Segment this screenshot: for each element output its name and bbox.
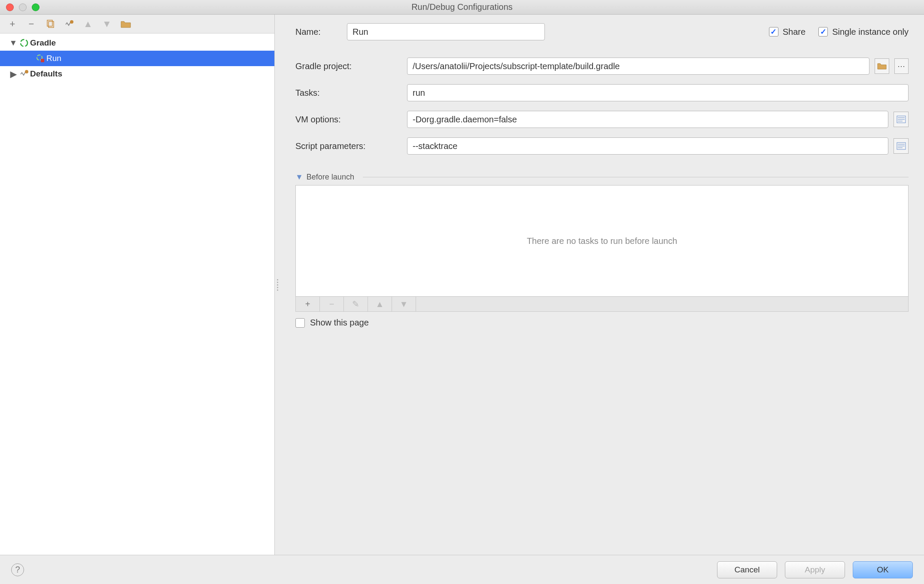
titlebar: Run/Debug Configurations [0, 0, 924, 15]
vm-options-label: VM options: [295, 115, 407, 125]
svg-point-6 [25, 70, 28, 73]
show-this-page-label: Show this page [310, 318, 369, 328]
apply-button[interactable]: Apply [785, 561, 845, 578]
config-tree: ▼ Gradle Run ▶ Defa [0, 33, 274, 555]
zoom-window-button[interactable] [32, 3, 40, 11]
script-params-label: Script parameters: [295, 141, 407, 151]
copy-config-button[interactable] [45, 18, 56, 30]
chevron-right-icon: ▶ [9, 69, 18, 79]
expand-script-button[interactable] [894, 138, 909, 154]
wrench-icon [18, 69, 30, 79]
help-button[interactable]: ? [11, 563, 24, 576]
move-task-up-button[interactable]: ▲ [368, 297, 392, 311]
tree-node-defaults[interactable]: ▶ Defaults [0, 66, 274, 82]
chevron-down-icon: ▼ [9, 38, 18, 48]
tasks-input[interactable] [407, 84, 909, 101]
script-params-input[interactable] [407, 137, 888, 155]
gradle-icon [18, 38, 30, 48]
svg-point-3 [21, 40, 27, 46]
single-instance-checkbox[interactable]: ✓ Single instance only [818, 27, 909, 37]
edit-task-button[interactable]: ✎ [344, 297, 368, 311]
edit-defaults-button[interactable] [64, 18, 75, 30]
browse-project-button[interactable] [875, 58, 889, 74]
before-launch-title: Before launch [307, 173, 354, 182]
gradle-project-input[interactable] [407, 58, 869, 75]
single-instance-label: Single instance only [832, 27, 909, 37]
remove-task-button[interactable]: − [320, 297, 344, 311]
close-window-button[interactable] [6, 3, 14, 11]
config-toolbar: + − ▲ ▼ [0, 15, 274, 33]
name-label: Name: [295, 27, 334, 37]
before-launch-empty-text: There are no tasks to run before launch [527, 236, 677, 246]
checkbox-icon [295, 318, 305, 328]
svg-point-2 [70, 20, 73, 24]
folder-button[interactable] [120, 18, 131, 30]
ok-button[interactable]: OK [853, 561, 913, 578]
ellipsis-button[interactable]: ⋯ [894, 58, 909, 74]
name-input[interactable] [347, 23, 545, 40]
collapse-icon: ▼ [295, 173, 303, 182]
cancel-button[interactable]: Cancel [717, 561, 777, 578]
move-down-button[interactable]: ▼ [101, 18, 112, 30]
move-up-button[interactable]: ▲ [82, 18, 94, 30]
before-launch-toolbar: + − ✎ ▲ ▼ [295, 297, 909, 312]
tree-label: Run [46, 54, 61, 63]
checkmark-icon: ✓ [818, 27, 828, 36]
tree-label: Defaults [30, 69, 62, 79]
minimize-window-button[interactable] [19, 3, 27, 11]
tree-label: Gradle [30, 38, 56, 48]
add-task-button[interactable]: + [296, 297, 320, 311]
tasks-label: Tasks: [295, 88, 407, 98]
share-checkbox[interactable]: ✓ Share [769, 27, 805, 37]
show-this-page-checkbox[interactable]: Show this page [295, 318, 909, 328]
tree-node-gradle[interactable]: ▼ Gradle [0, 35, 274, 51]
splitter-handle[interactable] [275, 15, 280, 555]
checkmark-icon: ✓ [769, 27, 778, 36]
window-title: Run/Debug Configurations [0, 2, 924, 12]
before-launch-list: There are no tasks to run before launch [295, 185, 909, 297]
move-task-down-button[interactable]: ▼ [392, 297, 416, 311]
vm-options-input[interactable] [407, 111, 888, 128]
gradle-run-icon [34, 54, 46, 63]
gradle-project-label: Gradle project: [295, 61, 407, 71]
before-launch-header[interactable]: ▼ Before launch [295, 173, 909, 182]
share-label: Share [783, 27, 805, 37]
svg-rect-1 [49, 21, 54, 27]
expand-vm-button[interactable] [894, 112, 909, 127]
svg-rect-0 [47, 20, 52, 26]
svg-rect-5 [41, 59, 44, 62]
add-config-button[interactable]: + [7, 18, 18, 30]
remove-config-button[interactable]: − [26, 18, 37, 30]
tree-node-run[interactable]: Run [0, 51, 274, 66]
